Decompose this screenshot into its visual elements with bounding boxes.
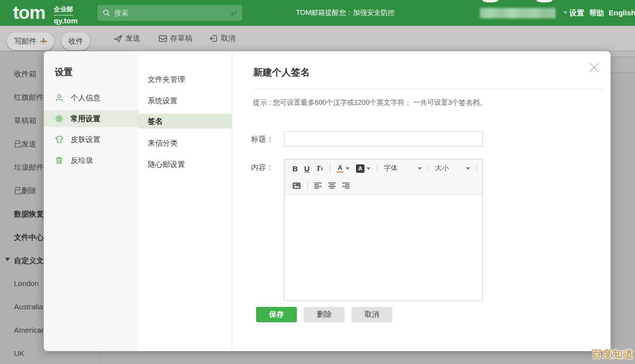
- compose-button-label: 写邮件: [14, 37, 37, 46]
- settings-menu-label: 反垃圾: [71, 156, 93, 165]
- dialog-title: 新建个人签名: [253, 66, 310, 79]
- remove-format-button[interactable]: Tx: [316, 164, 323, 173]
- sidebar-item-file-center[interactable]: 文件中心: [14, 233, 44, 242]
- sidebar-item-inbox[interactable]: 收件箱: [14, 70, 36, 79]
- settings-menu-panel: 设置 个人信息: [44, 51, 138, 351]
- submenu-label: 随心邮设置: [148, 160, 185, 169]
- settings-submenu-panel: 文件夹管理 系统设置 签名 来信分类 随心邮设置: [138, 51, 232, 351]
- brand-line-bottom: qy.tom: [54, 16, 78, 25]
- insert-image-button[interactable]: [292, 182, 301, 189]
- save-draft-icon: [158, 34, 168, 43]
- delete-button[interactable]: 删除: [304, 307, 345, 322]
- font-size-dropdown[interactable]: 大小: [435, 164, 470, 173]
- chevron-down-icon: [346, 167, 350, 170]
- sidebar-item-american[interactable]: American: [14, 326, 45, 334]
- submenu-system-settings[interactable]: 系统设置: [138, 93, 232, 108]
- chevron-down-icon: [466, 167, 470, 170]
- save-draft-action[interactable]: 存草稿: [158, 34, 192, 43]
- settings-menu-skin-settings[interactable]: 皮肤设置: [44, 131, 138, 148]
- submenu-label: 系统设置: [148, 96, 178, 106]
- settings-menu-label: 个人信息: [71, 93, 100, 103]
- header-nav-english[interactable]: English: [609, 8, 635, 17]
- sidebar-item-drafts[interactable]: 草稿箱: [14, 116, 36, 126]
- align-center-icon[interactable]: [328, 182, 336, 189]
- save-button[interactable]: 保存: [256, 307, 297, 322]
- toolbar-separator: [476, 164, 477, 173]
- sidebar-item-data-recovery[interactable]: 数据恢复: [14, 210, 44, 219]
- signature-content-area[interactable]: [284, 194, 482, 300]
- send-action[interactable]: 发送: [113, 34, 140, 43]
- search-input[interactable]: [114, 9, 229, 17]
- cancel-action[interactable]: 取消: [209, 34, 236, 43]
- toolbar-separator: [330, 164, 330, 173]
- close-icon[interactable]: [588, 61, 601, 74]
- bold-button[interactable]: B: [292, 164, 298, 173]
- submenu-folder-management[interactable]: 文件夹管理: [138, 72, 232, 87]
- header-nav-settings[interactable]: 设置: [569, 8, 584, 18]
- sidebar-item-london[interactable]: London: [14, 279, 39, 288]
- dimmed-list-line-2: [611, 73, 635, 73]
- toolbar-separator: [307, 181, 308, 190]
- submenu-label: 来信分类: [148, 139, 178, 148]
- font-color-letter: A: [338, 164, 342, 171]
- title-field-label: 标题：: [244, 135, 273, 144]
- cancel-action-label: 取消: [221, 34, 236, 43]
- title-divider: [253, 88, 603, 89]
- search-enter-icon[interactable]: [229, 9, 237, 17]
- toolbar-separator: [377, 164, 377, 173]
- font-family-label: 字体: [384, 164, 398, 173]
- header-bar: tom 企业邮 qy.tom TOM邮箱提醒您：加强安全防控 设置 帮助 Eng…: [0, 0, 635, 26]
- font-size-label: 大小: [435, 164, 449, 173]
- send-action-label: 发送: [125, 34, 140, 43]
- settings-menu-label: 常用设置: [71, 114, 100, 124]
- editor-toolbar-row-1: B U Tx A A 字体: [284, 159, 482, 177]
- settings-menu-personal-info[interactable]: 个人信息: [44, 89, 138, 106]
- gear-icon: [55, 114, 64, 123]
- decor-arc-left: [482, 0, 498, 2]
- align-left-icon[interactable]: [314, 182, 322, 189]
- submenu-signature[interactable]: 签名: [138, 114, 232, 129]
- account-dropdown-caret-icon[interactable]: [563, 11, 567, 14]
- blurred-account-name[interactable]: [480, 8, 555, 18]
- submenu-label: 签名: [148, 117, 163, 126]
- sidebar-item-deleted[interactable]: 已删除: [14, 186, 36, 196]
- bg-color-button[interactable]: A: [356, 164, 370, 173]
- settings-menu-anti-spam[interactable]: 反垃圾: [44, 152, 138, 169]
- sidebar-item-uk[interactable]: UK: [14, 349, 24, 358]
- signature-form-panel: 新建个人签名 提示 : 您可设置最多600个汉字或1200个英文字符； 一共可设…: [232, 51, 611, 351]
- font-color-bar: [337, 171, 344, 173]
- compose-plus-icon: [40, 38, 47, 45]
- align-right-icon[interactable]: [342, 182, 350, 189]
- dimmed-list-band: [611, 51, 635, 57]
- chevron-down-icon: [418, 167, 422, 170]
- security-notice: TOM邮箱提醒您：加强安全防控: [296, 8, 395, 17]
- submenu-incoming-classification[interactable]: 来信分类: [138, 136, 232, 150]
- app-root: tom 企业邮 qy.tom TOM邮箱提醒您：加强安全防控 设置 帮助 Eng…: [0, 0, 635, 364]
- settings-menu-common-settings[interactable]: 常用设置: [44, 110, 138, 127]
- receive-button-label: 收件: [69, 37, 84, 46]
- compose-button[interactable]: 写邮件: [7, 33, 54, 50]
- sidebar-item-flagged[interactable]: 红旗邮件: [14, 93, 44, 102]
- receive-button[interactable]: 收件: [62, 33, 90, 50]
- send-icon: [113, 34, 123, 43]
- tom-logo[interactable]: tom: [13, 3, 45, 23]
- sidebar-item-australia[interactable]: Australia: [14, 302, 43, 311]
- signature-title-input[interactable]: [284, 131, 483, 146]
- underline-button[interactable]: U: [304, 164, 310, 173]
- search-box[interactable]: [97, 5, 242, 21]
- settings-menu-label: 皮肤设置: [71, 135, 100, 145]
- cancel-action-icon: [209, 34, 218, 43]
- tshirt-icon: [55, 135, 64, 144]
- font-family-dropdown[interactable]: 字体: [384, 164, 422, 173]
- triangle-down-icon[interactable]: [5, 258, 10, 261]
- submenu-suixin-mail-settings[interactable]: 随心邮设置: [138, 157, 232, 172]
- remove-format-x: x: [321, 166, 323, 171]
- sidebar-item-sent[interactable]: 已发送: [14, 140, 36, 149]
- header-nav-help[interactable]: 帮助: [589, 8, 604, 18]
- dimmed-list-band-2: [611, 57, 635, 73]
- trash-icon: [55, 156, 64, 165]
- sidebar-item-spam[interactable]: 垃圾邮件: [14, 163, 44, 172]
- font-color-button[interactable]: A: [337, 164, 350, 173]
- cancel-button[interactable]: 取消: [352, 307, 392, 322]
- save-draft-action-label: 存草稿: [170, 34, 192, 43]
